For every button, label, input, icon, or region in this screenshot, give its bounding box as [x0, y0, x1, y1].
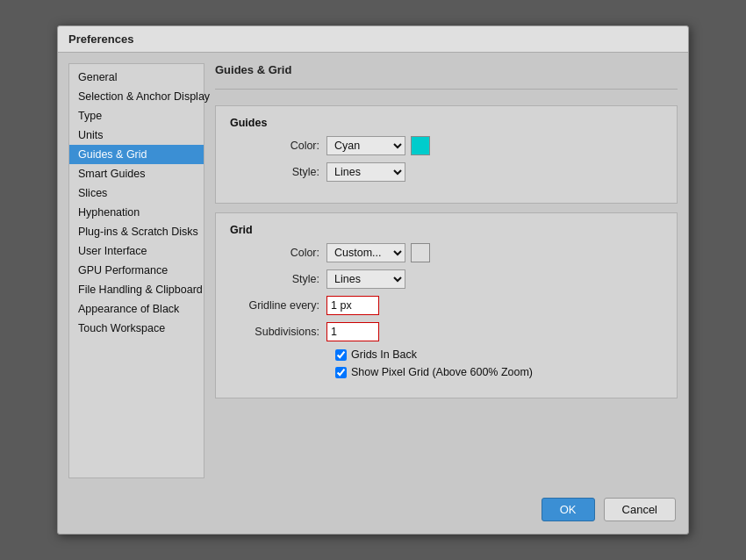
sidebar-item-3[interactable]: Units [69, 126, 204, 145]
guides-color-select[interactable]: CyanLight BlueMagentaYellowBlackRedGreen… [326, 136, 405, 155]
grid-style-select[interactable]: LinesDashed [326, 269, 405, 289]
sidebar-item-6[interactable]: Slices [69, 183, 204, 203]
show-pixel-grid-row: Show Pixel Grid (Above 600% Zoom) [335, 366, 663, 378]
sidebar-item-0[interactable]: General [69, 68, 204, 87]
grid-color-swatch [411, 243, 430, 262]
sidebar-item-1[interactable]: Selection & Anchor Display [69, 87, 204, 106]
show-pixel-grid-checkbox[interactable] [335, 367, 347, 378]
sidebar-item-4[interactable]: Guides & Grid [69, 145, 204, 164]
grid-label: Grid [230, 224, 663, 236]
guides-label: Guides [230, 117, 663, 129]
guides-panel: Guides Color: CyanLight BlueMagentaYello… [215, 105, 678, 204]
sidebar-item-8[interactable]: Plug-ins & Scratch Disks [69, 222, 204, 241]
grids-in-back-checkbox[interactable] [335, 349, 347, 361]
gridline-input[interactable] [326, 296, 379, 315]
grid-color-row: Color: Custom...Light BlueMagentaYellowB… [230, 243, 663, 262]
grid-style-row: Style: LinesDashed [230, 269, 663, 289]
subdivisions-row: Subdivisions: [230, 322, 663, 341]
sidebar-item-5[interactable]: Smart Guides [69, 164, 204, 183]
guides-style-row: Style: LinesDashed [230, 162, 663, 182]
guides-color-label: Color: [230, 140, 326, 152]
sidebar-item-2[interactable]: Type [69, 106, 204, 126]
show-pixel-grid-label: Show Pixel Grid (Above 600% Zoom) [351, 366, 533, 378]
grid-color-select[interactable]: Custom...Light BlueMagentaYellowBlackRed… [326, 243, 405, 262]
grid-panel: Grid Color: Custom...Light BlueMagentaYe… [215, 212, 678, 398]
subdivisions-input[interactable] [326, 322, 379, 341]
cancel-button[interactable]: Cancel [604, 498, 676, 521]
grid-color-label: Color: [230, 247, 326, 259]
sidebar-item-10[interactable]: GPU Performance [69, 261, 204, 280]
sidebar-item-13[interactable]: Touch Workspace [69, 319, 204, 338]
gridline-row: Gridline every: [230, 296, 663, 315]
ok-button[interactable]: OK [542, 498, 595, 521]
sidebar: GeneralSelection & Anchor DisplayTypeUni… [68, 63, 204, 478]
main-section-title: Guides & Grid [215, 63, 678, 76]
guides-style-select[interactable]: LinesDashed [326, 162, 405, 182]
sidebar-item-7[interactable]: Hyphenation [69, 203, 204, 222]
grids-in-back-label: Grids In Back [351, 348, 417, 361]
guides-style-label: Style: [230, 166, 326, 178]
dialog-footer: OK Cancel [58, 489, 688, 534]
subdivisions-label: Subdivisions: [230, 326, 326, 338]
sidebar-item-12[interactable]: Appearance of Black [69, 299, 204, 319]
dialog-body: GeneralSelection & Anchor DisplayTypeUni… [58, 53, 688, 489]
main-content: Guides & Grid Guides Color: CyanLight Bl… [215, 63, 678, 478]
sidebar-item-9[interactable]: User Interface [69, 241, 204, 261]
preferences-dialog: Preferences GeneralSelection & Anchor Di… [57, 25, 689, 535]
dialog-title: Preferences [58, 26, 688, 53]
grid-style-label: Style: [230, 273, 326, 285]
grids-in-back-row: Grids In Back [335, 348, 663, 361]
gridline-label: Gridline every: [230, 299, 326, 312]
sidebar-item-11[interactable]: File Handling & Clipboard [69, 280, 204, 299]
guides-color-row: Color: CyanLight BlueMagentaYellowBlackR… [230, 136, 663, 155]
guides-color-swatch [411, 136, 430, 155]
